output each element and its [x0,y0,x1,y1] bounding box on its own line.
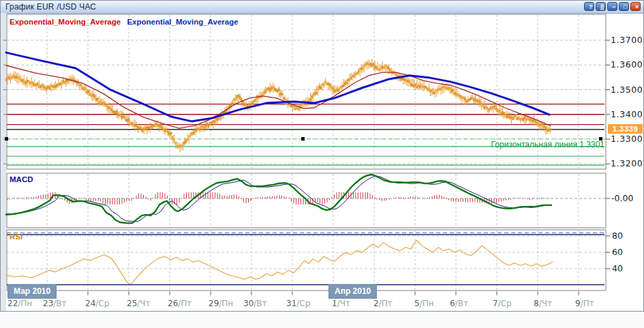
price-tick-label: 1.3400 [611,109,643,119]
day-number: 9 [575,299,581,308]
weekday: Вт [458,299,468,308]
time-tick-label: 9/Пт [575,299,594,308]
indicator-legend: Exponential_Moving_Average Exponential_M… [10,18,239,26]
month-tag-march: Мар 2010 [7,284,57,299]
day-number: 29 [209,299,219,308]
hline-drag-handle[interactable] [301,137,305,140]
day-number: 26 [168,299,178,308]
rsi-panel-label: RSI [10,233,22,241]
chart-window: График EUR /USD ЧАС ? || − □ × Exponenti… [0,0,644,312]
price-tick-label: 1.3200 [611,158,643,168]
weekday: Ср [501,299,512,308]
time-tick-label: 2/Пт [373,299,393,308]
time-tick-label: 6/Вт [450,299,468,308]
weekday: Чт [140,299,150,308]
legend-ema-red[interactable]: Exponential_Moving_Average [10,18,121,26]
weekday: Ср [299,299,310,308]
weekday: Пт [382,299,393,308]
screen: График EUR /USD ЧАС ? || − □ × Exponenti… [0,0,644,328]
month-tag-april: Апр 2010 [328,284,377,299]
day-number: 1 [332,299,337,308]
day-number: 6 [450,299,455,308]
time-tick-label: 5/Пн [414,299,434,308]
day-number: 22 [7,299,18,308]
rsi-tick-label: 80 [612,230,623,241]
day-number: 25 [127,299,137,308]
weekday: Пн [221,299,233,308]
time-tick-label: 31/Ср [286,299,310,308]
weekday: Чт [340,299,350,308]
horizontal-line-annotation[interactable]: Горизонтальная линия 1.3301 [410,140,604,149]
rsi-tick-label: 40 [612,263,623,273]
time-tick-label: 29/Пн [209,299,233,308]
legend-ema-blue[interactable]: Exponential_Moving_Average [127,18,238,26]
rsi-bands [7,233,604,285]
rsi-line [6,240,553,284]
day-number: 8 [534,299,539,308]
rsi-tick-label: 60 [612,247,623,257]
price-tick-label: 1.3300 [611,134,643,144]
time-tick-label: 23/Вт [43,299,67,308]
price-hlines[interactable] [5,104,604,166]
time-tick-label: 24/Ср [85,299,109,308]
gridlines [7,15,606,290]
panel-borders [7,14,606,290]
price-tick-label: 1.3600 [611,59,643,70]
day-number: 31 [286,299,296,308]
weekday: Ср [98,299,109,308]
weekday: Вт [256,299,266,308]
time-tick-label: 8/Чт [534,299,552,308]
weekday: Вт [56,299,66,308]
macd-panel-label: MACD [10,175,33,183]
weekday: Пт [181,299,191,308]
weekday: Пт [583,299,594,308]
day-number: 24 [85,299,95,308]
time-tick-label: 30/Вт [243,299,267,308]
weekday: Пн [20,299,32,308]
hline-drag-handle[interactable] [5,137,8,140]
weekday: Чт [542,299,552,308]
day-number: 7 [493,299,498,308]
price-tick-label: 1.3500 [611,85,643,95]
chart-canvas[interactable] [1,1,644,328]
time-tick-label: 22/Пн [7,299,32,308]
day-number: 23 [43,299,53,308]
current-price-tag: 1.3339 [608,124,643,134]
time-tick-label: 7/Ср [493,299,512,308]
day-number: 5 [414,299,420,308]
time-tick-label: 1/Чт [332,299,350,308]
day-number: 2 [373,299,379,308]
price-tick-label: 1.3700 [611,35,643,45]
macd-zero-label: -0.00 [611,193,633,203]
axis-ticks [3,40,610,295]
time-tick-label: 26/Пт [168,299,191,308]
weekday: Пн [423,299,434,308]
time-tick-label: 25/Чт [127,299,151,308]
day-number: 30 [243,299,254,308]
